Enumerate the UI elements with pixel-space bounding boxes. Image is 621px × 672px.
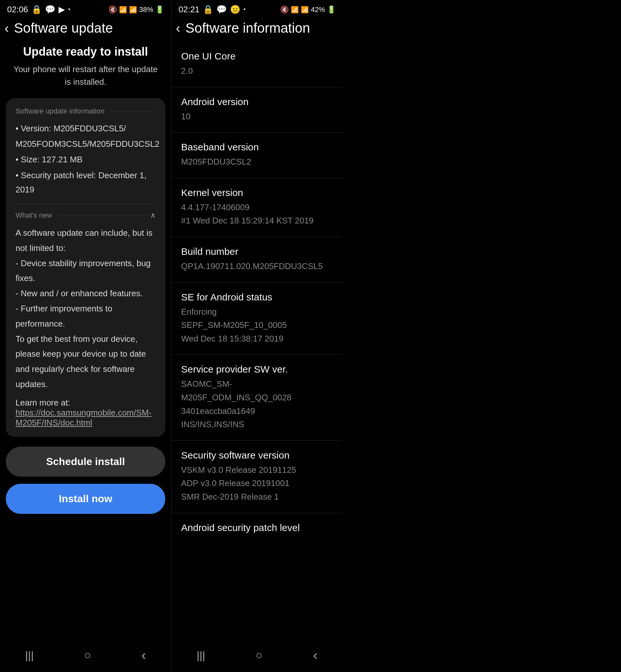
security-software-value: VSKM v3.0 Release 20191125 ADP v3.0 Rele…: [181, 463, 333, 504]
right-emoji-icon: 😐: [230, 4, 240, 14]
software-info-card: Software update information • Version: M…: [6, 98, 165, 437]
info-section-title: Software update information: [15, 107, 156, 116]
right-lock-icon: 🔒: [203, 4, 213, 14]
table-row: SE for Android status Enforcing SEPF_SM-…: [171, 283, 343, 355]
baseband-version-value: M205FDDU3CSL2: [181, 155, 333, 169]
update-subtitle: Your phone will restart after the update…: [0, 63, 171, 88]
version-line1: • Version: M205FDDU3CSL5/: [15, 121, 156, 135]
service-provider-value: SAOMC_SM-M205F_ODM_INS_QQ_0028 3401eaccb…: [181, 377, 333, 431]
card-divider: [15, 204, 156, 204]
one-ui-core-label: One UI Core: [181, 51, 333, 62]
right-signal-icon: 📶: [301, 6, 309, 13]
whatsapp-icon: 💬: [45, 4, 55, 14]
right-time: 02:21: [178, 4, 200, 14]
table-row: Baseband version M205FDDU3CSL2: [171, 133, 343, 178]
table-row: Security software version VSKM v3.0 Rele…: [171, 441, 343, 513]
mute-icon: 🔇: [108, 5, 117, 14]
dotted-divider: [110, 111, 156, 112]
baseband-version-label: Baseband version: [181, 142, 333, 153]
left-nav-bar: ||| ○ ‹: [0, 642, 171, 672]
right-recents-button[interactable]: |||: [197, 649, 205, 662]
android-security-patch-label: Android security patch level: [181, 522, 333, 533]
right-nav-bar: ||| ○ ‹: [171, 642, 343, 672]
right-top-bar: ‹ Software information: [171, 17, 343, 42]
install-now-button[interactable]: Install now: [6, 484, 165, 514]
learn-more-link[interactable]: https://doc.samsungmobile.com/SM-M205F/I…: [15, 408, 156, 428]
signal-icon: 📶: [129, 6, 137, 13]
service-provider-label: Service provider SW ver.: [181, 364, 333, 375]
right-back-button[interactable]: ‹: [176, 22, 180, 35]
table-row: Android security patch level: [171, 513, 343, 540]
right-back-nav-button[interactable]: ‹: [313, 647, 318, 663]
right-status-bar: 02:21 🔒 💬 😐 • 🔇 📶 📶 42% 🔋: [171, 0, 343, 17]
version-line2: M205FODM3CSL5/M205FDDU3CSL2: [15, 137, 156, 151]
size-line: • Size: 127.21 MB: [15, 152, 156, 167]
right-phone-screen: 02:21 🔒 💬 😐 • 🔇 📶 📶 42% 🔋 ‹ Software inf…: [171, 0, 343, 672]
whats-new-header: What's new ∧: [15, 211, 156, 220]
left-back-button[interactable]: ‹: [4, 22, 9, 35]
table-row: One UI Core 2.0: [171, 42, 343, 87]
left-phone-screen: 02:06 🔒 💬 ▶ • 🔇 📶 📶 38% 🔋 ‹ Software upd…: [0, 0, 171, 672]
update-ready-title: Update ready to install: [23, 45, 148, 58]
dot-icon: •: [68, 6, 70, 13]
left-status-bar: 02:06 🔒 💬 ▶ • 🔇 📶 📶 38% 🔋: [0, 0, 171, 17]
table-row: Android version 10: [171, 87, 343, 133]
right-dot-icon: •: [244, 6, 246, 13]
left-page-title: Software update: [14, 20, 113, 36]
left-battery: 38%: [139, 5, 153, 14]
left-main-content: Update ready to install Your phone will …: [0, 42, 171, 642]
learn-more-label: Learn more at:: [15, 398, 156, 408]
security-patch-line: • Security patch level: December 1, 2019: [15, 168, 156, 197]
right-wifi-icon: 📶: [291, 6, 299, 13]
security-software-label: Security software version: [181, 450, 333, 461]
build-number-value: QP1A.190711.020.M205FDDU3CSL5: [181, 260, 333, 273]
right-battery-icon: 🔋: [327, 5, 336, 14]
recents-button[interactable]: |||: [25, 649, 34, 662]
lock-icon: 🔒: [31, 4, 42, 14]
right-home-button[interactable]: ○: [255, 648, 263, 662]
table-row: Build number QP1A.190711.020.M205FDDU3CS…: [171, 237, 343, 283]
right-main-content: One UI Core 2.0 Android version 10 Baseb…: [171, 42, 343, 642]
se-android-label: SE for Android status: [181, 292, 333, 303]
play-icon: ▶: [58, 4, 65, 14]
se-android-value: Enforcing SEPF_SM-M205F_10_0005 Wed Dec …: [181, 305, 333, 346]
chevron-up-icon[interactable]: ∧: [151, 211, 156, 220]
table-row: Kernel version 4.4.177-17406009 #1 Wed D…: [171, 178, 343, 237]
back-button[interactable]: ‹: [141, 647, 146, 663]
right-whatsapp-icon: 💬: [216, 4, 227, 14]
schedule-install-button[interactable]: Schedule install: [6, 447, 165, 477]
android-version-label: Android version: [181, 96, 333, 108]
home-button[interactable]: ○: [84, 648, 91, 662]
whats-new-content: A software update can include, but is no…: [15, 225, 156, 392]
wifi-icon: 📶: [119, 6, 127, 13]
right-battery: 42%: [311, 5, 325, 14]
kernel-version-value: 4.4.177-17406009 #1 Wed Dec 18 15:29:14 …: [181, 201, 333, 228]
one-ui-core-value: 2.0: [181, 65, 333, 78]
kernel-version-label: Kernel version: [181, 187, 333, 198]
build-number-label: Build number: [181, 246, 333, 257]
battery-icon: 🔋: [155, 5, 164, 14]
left-time: 02:06: [7, 4, 28, 14]
left-top-bar: ‹ Software update: [0, 17, 171, 42]
whats-new-dotted: [58, 215, 147, 215]
android-version-value: 10: [181, 110, 333, 124]
software-info-list: One UI Core 2.0 Android version 10 Baseb…: [171, 42, 343, 540]
right-page-title: Software information: [185, 20, 310, 36]
action-buttons: Schedule install Install now: [0, 437, 171, 520]
table-row: Service provider SW ver. SAOMC_SM-M205F_…: [171, 355, 343, 440]
right-mute-icon: 🔇: [280, 5, 289, 14]
